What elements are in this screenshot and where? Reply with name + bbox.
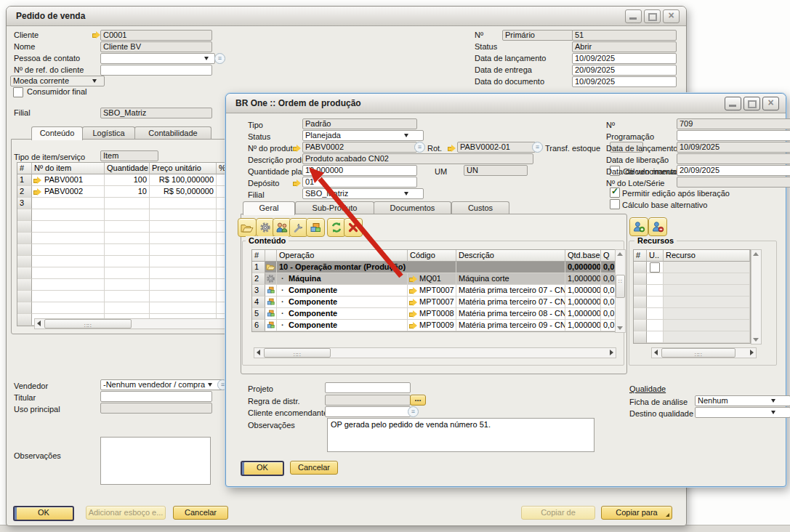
tab-documentos[interactable]: Documentos — [374, 201, 451, 214]
operations-table-hscrollbar[interactable] — [254, 347, 616, 358]
row-header[interactable] — [17, 244, 32, 256]
item-cell[interactable] — [32, 291, 105, 302]
item-cell[interactable] — [32, 244, 105, 256]
q-cell[interactable]: 0,0 — [601, 297, 616, 308]
link-arrow-icon[interactable] — [409, 287, 418, 295]
item-type-field[interactable]: Item — [100, 150, 158, 161]
col-header-num[interactable]: # — [17, 163, 32, 174]
uso-principal-field[interactable] — [100, 403, 212, 414]
item-cell[interactable] — [32, 256, 105, 267]
scroll-right-icon[interactable] — [610, 350, 613, 355]
descricao-cell[interactable]: Máquina corte — [456, 273, 565, 285]
context-menu-icon[interactable] — [532, 142, 543, 153]
q-cell[interactable]: 0,0 — [601, 308, 616, 320]
codigo-cell[interactable] — [408, 262, 456, 273]
ok-button[interactable]: OK — [241, 461, 284, 476]
descricao-cell[interactable]: Matéria prima terceiro 09 - CN02 — [456, 320, 565, 331]
link-arrow-icon[interactable] — [293, 145, 302, 153]
minimize-button[interactable] — [625, 9, 642, 23]
row-header[interactable] — [634, 331, 647, 343]
row-icon-cell[interactable] — [265, 320, 277, 331]
observacoes-textarea[interactable] — [100, 437, 211, 485]
observacoes-textarea[interactable]: OP gerada pelo pedido de venda número 51… — [327, 418, 594, 452]
row-header[interactable] — [17, 302, 32, 314]
scroll-left-icon[interactable] — [654, 350, 658, 355]
lote-serie-field[interactable] — [677, 177, 790, 188]
row-header[interactable] — [17, 291, 32, 302]
link-arrow-icon[interactable] — [448, 145, 456, 153]
close-button[interactable] — [663, 9, 680, 23]
qtdbase-cell[interactable]: 0,000000 — [565, 262, 601, 273]
resource-checkbox[interactable] — [650, 262, 660, 273]
tab-logistica[interactable]: Logística — [82, 126, 135, 140]
resources-table-vscrollbar[interactable] — [751, 249, 762, 344]
price-cell[interactable] — [150, 233, 217, 244]
operations-table-vscrollbar[interactable] — [615, 249, 626, 333]
maximize-button[interactable] — [743, 97, 760, 110]
item-cell[interactable]: PABV0002 — [32, 186, 105, 198]
row-header[interactable]: 1 — [17, 174, 32, 186]
qtdbase-cell[interactable]: 1,000000 — [565, 308, 601, 320]
row-icon-cell[interactable] — [265, 308, 277, 320]
production-package-button[interactable] — [306, 218, 325, 237]
col-header-descricao[interactable]: Descrição — [456, 250, 565, 262]
lancamento-field[interactable]: 10/09/2025 — [572, 53, 677, 64]
codigo-cell[interactable]: MPT0008 — [408, 308, 456, 320]
row-header[interactable]: 2 — [17, 186, 32, 198]
recurso-cell[interactable] — [664, 308, 750, 320]
operacao-cell[interactable]: 10 - Operação montar (Produção) — [277, 262, 408, 273]
row-header[interactable] — [17, 256, 32, 267]
qtd-planejada-field[interactable]: 10,000000 — [302, 165, 417, 176]
row-header[interactable]: 3 — [17, 198, 32, 209]
q-cell[interactable]: 0,0 — [601, 262, 616, 273]
price-cell[interactable] — [150, 291, 217, 302]
row-header[interactable] — [634, 308, 647, 320]
documento-field[interactable]: 10/09/2025 — [572, 76, 677, 87]
projeto-field[interactable] — [325, 382, 411, 393]
row-header[interactable] — [17, 279, 32, 291]
qtdbase-cell[interactable]: 1,000000 — [565, 273, 601, 285]
row-header[interactable] — [17, 209, 32, 221]
price-cell[interactable]: R$ 100,000000 — [150, 174, 217, 186]
open-folder-button[interactable] — [238, 218, 257, 237]
row-icon-cell[interactable] — [265, 262, 277, 273]
row-header[interactable] — [634, 285, 647, 297]
item-cell[interactable] — [32, 302, 105, 314]
price-cell[interactable] — [150, 302, 217, 314]
um-field[interactable]: UN — [464, 165, 528, 176]
link-arrow-icon[interactable] — [33, 188, 42, 196]
col-header-u[interactable]: U.. — [647, 250, 664, 262]
resources-table-hscrollbar[interactable] — [651, 347, 757, 358]
row-header[interactable]: 1 — [252, 262, 265, 273]
row-header[interactable] — [17, 267, 32, 279]
recurso-cell[interactable] — [664, 320, 750, 331]
ref-cliente-field[interactable] — [100, 65, 212, 76]
codigo-cell[interactable]: MQ01 — [408, 273, 456, 285]
no-value-field[interactable]: 51 — [572, 30, 677, 41]
item-cell[interactable] — [32, 233, 105, 244]
qtdbase-cell[interactable]: 1,000000 — [565, 285, 601, 297]
scroll-up-icon[interactable] — [617, 252, 623, 256]
tipo-field[interactable]: Padrão — [302, 118, 417, 129]
pessoa-contato-dropdown[interactable] — [100, 53, 215, 64]
price-cell[interactable] — [150, 267, 217, 279]
row-header[interactable] — [17, 314, 32, 326]
copy-from-button[interactable]: Copiar de — [521, 506, 595, 520]
context-menu-icon[interactable] — [214, 53, 225, 64]
link-arrow-icon[interactable] — [293, 180, 302, 188]
col-header-num[interactable]: # — [634, 250, 647, 262]
col-header-price[interactable]: Preço unitário — [150, 163, 217, 174]
minimize-button[interactable] — [725, 97, 741, 110]
scrollbar-thumb[interactable] — [616, 275, 625, 298]
liberacao-field[interactable] — [677, 153, 790, 164]
col-header-operacao[interactable]: Operação — [277, 250, 408, 262]
scrollbar-thumb[interactable] — [264, 348, 331, 358]
permitir-edicao-checkbox[interactable] — [610, 188, 620, 198]
row-header[interactable] — [634, 297, 647, 308]
u-cell[interactable] — [647, 285, 664, 297]
qty-cell[interactable]: 10 — [105, 186, 150, 198]
col-header-item[interactable]: Nº do item — [32, 163, 105, 174]
link-arrow-icon[interactable] — [409, 299, 418, 307]
tab-custos[interactable]: Custos — [451, 201, 509, 214]
remove-resource-button[interactable] — [648, 217, 667, 236]
